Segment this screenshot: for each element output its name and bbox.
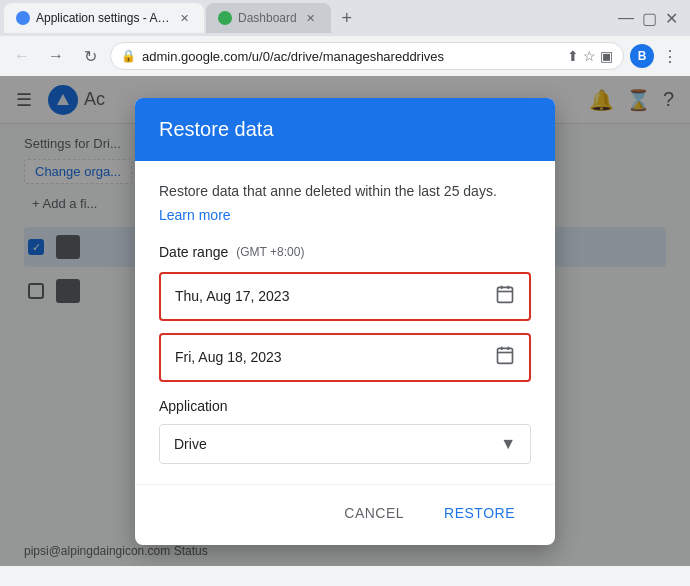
modal-description: Restore data that anne deleted within th… bbox=[159, 181, 531, 202]
date-range-section: Date range (GMT +8:00) Thu, Aug 17, 2023 bbox=[159, 244, 531, 382]
end-date-value: Fri, Aug 18, 2023 bbox=[175, 349, 282, 365]
application-section: Application Drive ▼ bbox=[159, 398, 531, 464]
cancel-button[interactable]: CANCEL bbox=[328, 497, 420, 529]
bookmark-icon[interactable]: ☆ bbox=[583, 48, 596, 64]
start-date-value: Thu, Aug 17, 2023 bbox=[175, 288, 289, 304]
tab-close-1[interactable]: ✕ bbox=[176, 10, 192, 26]
minimize-icon[interactable]: — bbox=[618, 9, 634, 27]
start-date-input[interactable]: Thu, Aug 17, 2023 bbox=[159, 272, 531, 321]
tab-dashboard[interactable]: Dashboard ✕ bbox=[206, 3, 331, 33]
application-dropdown[interactable]: Drive ▼ bbox=[159, 424, 531, 464]
tab-title-2: Dashboard bbox=[238, 11, 297, 25]
application-label: Application bbox=[159, 398, 531, 414]
account-avatar[interactable]: B bbox=[630, 44, 654, 68]
share-icon[interactable]: ⬆ bbox=[567, 48, 579, 64]
end-date-input[interactable]: Fri, Aug 18, 2023 bbox=[159, 333, 531, 382]
back-button[interactable]: ← bbox=[8, 42, 36, 70]
new-tab-button[interactable]: + bbox=[333, 4, 361, 32]
start-date-calendar-icon bbox=[495, 284, 515, 309]
end-date-calendar-icon bbox=[495, 345, 515, 370]
modal-footer: CANCEL RESTORE bbox=[135, 484, 555, 545]
tab-favicon-2 bbox=[218, 11, 232, 25]
dropdown-arrow-icon: ▼ bbox=[500, 435, 516, 453]
tab-favicon-1 bbox=[16, 11, 30, 25]
address-text: admin.google.com/u/0/ac/drive/manageshar… bbox=[142, 49, 561, 64]
modal-overlay: Restore data Restore data that anne dele… bbox=[0, 76, 690, 566]
restore-data-modal: Restore data Restore data that anne dele… bbox=[135, 98, 555, 545]
svg-rect-2 bbox=[498, 287, 513, 302]
maximize-icon[interactable]: ▢ bbox=[642, 9, 657, 28]
tab-title-1: Application settings - Admi... bbox=[36, 11, 170, 25]
refresh-button[interactable]: ↻ bbox=[76, 42, 104, 70]
learn-more-link[interactable]: Learn more bbox=[159, 207, 231, 223]
extension-icon[interactable]: ▣ bbox=[600, 48, 613, 64]
timezone-label: (GMT +8:00) bbox=[236, 245, 304, 259]
close-window-icon[interactable]: ✕ bbox=[665, 9, 678, 28]
address-bar[interactable]: 🔒 admin.google.com/u/0/ac/drive/managesh… bbox=[110, 42, 624, 70]
date-range-label: Date range (GMT +8:00) bbox=[159, 244, 531, 260]
browser-menu-icon[interactable]: ⋮ bbox=[658, 43, 682, 70]
tab-app-settings[interactable]: Application settings - Admi... ✕ bbox=[4, 3, 204, 33]
modal-header: Restore data bbox=[135, 98, 555, 161]
application-select-value: Drive bbox=[174, 436, 207, 452]
modal-body: Restore data that anne deleted within th… bbox=[135, 161, 555, 484]
lock-icon: 🔒 bbox=[121, 49, 136, 63]
tab-close-2[interactable]: ✕ bbox=[303, 10, 319, 26]
modal-title: Restore data bbox=[159, 118, 531, 141]
forward-button[interactable]: → bbox=[42, 42, 70, 70]
restore-button[interactable]: RESTORE bbox=[428, 497, 531, 529]
svg-rect-6 bbox=[498, 348, 513, 363]
